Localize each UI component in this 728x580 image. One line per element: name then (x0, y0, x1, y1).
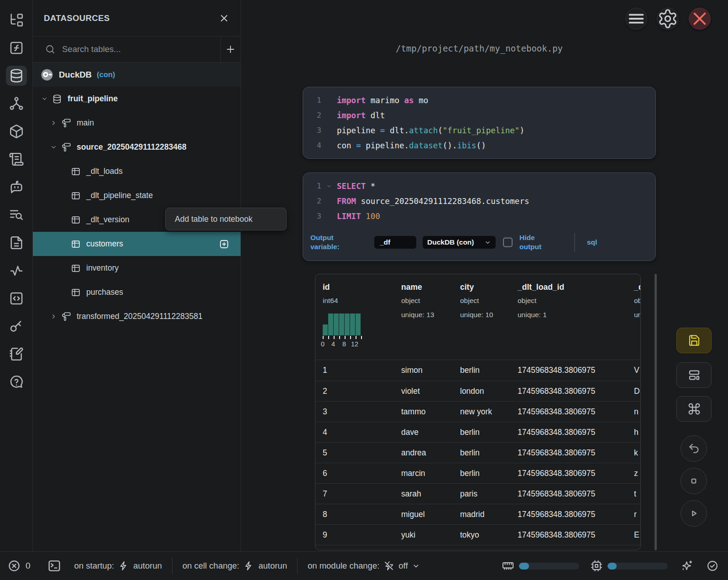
code-cell-1[interactable]: 1import marimo as mo2import dlt3pipeline… (303, 87, 656, 159)
tick (350, 336, 351, 339)
tree-item-customers[interactable]: customers (33, 232, 241, 256)
code-text: FROM source_202504291112283468.customers (337, 197, 529, 206)
activity-key-icon[interactable] (6, 316, 27, 336)
tick (323, 336, 324, 339)
cell: 9 (323, 525, 327, 545)
code-token: ) (519, 126, 524, 135)
activity-notebook-pen-icon[interactable] (6, 344, 27, 364)
activity-list-search-icon[interactable] (6, 205, 27, 225)
play-button[interactable] (681, 500, 707, 527)
cell: andrea (401, 443, 426, 463)
code-token: mo (414, 96, 429, 105)
cell: k (634, 443, 638, 463)
shutdown-button[interactable] (689, 8, 711, 30)
tree-item-main[interactable]: main (33, 111, 241, 135)
code-text: pipeline = dlt.attach("fruit_pipeline") (337, 126, 524, 135)
runtime-value: off (398, 561, 408, 571)
undo-button[interactable] (681, 435, 707, 462)
cell-2-line-1[interactable]: 1SELECT * (303, 178, 655, 193)
activity-database-icon[interactable] (6, 66, 27, 86)
sql-cell[interactable]: 1SELECT *2FROM source_202504291112283468… (303, 172, 656, 261)
command-button[interactable] (676, 396, 712, 422)
tree-item-purchases[interactable]: purchases (33, 280, 241, 304)
scrollbar-thumb[interactable] (655, 274, 657, 550)
error-count-value: 0 (26, 561, 31, 571)
cell-1-line-2[interactable]: 2import dlt (303, 108, 655, 123)
tree-item-_dlt_loads[interactable]: _dlt_loads (33, 159, 241, 183)
terminal-button[interactable] (47, 559, 62, 573)
layout-button[interactable] (676, 362, 712, 388)
engine-select[interactable]: DuckDB (con) (423, 236, 496, 249)
line-number: 1 (310, 96, 321, 105)
cell-2-line-2[interactable]: 2FROM source_202504291112283468.customer… (303, 193, 655, 209)
cell-1-line-4[interactable]: 4con = pipeline.dataset().ibis() (303, 138, 655, 153)
column-type: object (518, 297, 633, 305)
column-type: int64 (323, 297, 400, 305)
activity-file-text-icon[interactable] (6, 233, 27, 253)
table-row-1[interactable]: 1simonberlin1745968348.3806975V (315, 360, 640, 381)
cell: D (634, 381, 640, 402)
add-datasource-button[interactable] (220, 37, 241, 62)
cell-2-line-3[interactable]: 3LIMIT 100 (303, 209, 655, 224)
cell: h (634, 422, 639, 443)
add-table-button[interactable] (219, 239, 230, 250)
activity-function-square-icon[interactable] (6, 38, 27, 58)
cell-1-line-3[interactable]: 3pipeline = dlt.attach("fruit_pipeline") (303, 123, 655, 138)
bolt-icon (118, 560, 129, 571)
cell-1-line-1[interactable]: 1import marimo as mo (303, 93, 655, 108)
settings-button[interactable] (657, 8, 679, 30)
histogram-bar (345, 314, 350, 335)
cell: n (634, 402, 639, 422)
table-row-4[interactable]: 4daveberlin1745968348.3806975h (315, 422, 640, 442)
table-row-5[interactable]: 5andreaberlin1745968348.3806975k (315, 442, 640, 463)
cell: 1745968348.3806975 (518, 463, 595, 484)
sparkles-icon[interactable] (681, 559, 693, 572)
tree-item-inventory[interactable]: inventory (33, 256, 241, 280)
column-stat: unique: 10 (460, 311, 517, 319)
save-button[interactable] (676, 328, 712, 353)
activity-help-circle-icon[interactable] (6, 372, 27, 392)
runtime-on-startup-[interactable]: on startup:autorun (70, 560, 172, 571)
table-row-7[interactable]: 7sarahparis1745968348.3806975t (315, 483, 640, 504)
hide-output-checkbox[interactable] (503, 238, 513, 247)
settings-icon (657, 8, 678, 29)
table-row-8[interactable]: 8miguelmadrid1745968348.3806975r (315, 504, 640, 524)
tree-item-fruit_pipeline[interactable]: fruit_pipeline (33, 87, 241, 111)
activity-activity-icon[interactable] (6, 261, 27, 281)
table-row-9[interactable]: 9yukitokyo1745968348.3806975E (315, 524, 640, 545)
code-token: 100 (366, 212, 380, 221)
runtime-on-module-change-[interactable]: on module change:off (298, 560, 430, 571)
stop-button[interactable] (681, 468, 707, 494)
engine-row-duckdb[interactable]: DuckDB (con) (33, 63, 241, 87)
output-variable-label: Output variable: (310, 233, 351, 251)
runtime-on-cell-change-[interactable]: on cell change:autorun (173, 560, 297, 571)
code-token: import (337, 111, 366, 120)
tree-item-transformed_202504291112283581[interactable]: transformed_202504291112283581 (33, 304, 241, 329)
tree-item-_dlt_pipeline_state[interactable]: _dlt_pipeline_state (33, 183, 241, 208)
menu-button[interactable] (625, 8, 647, 30)
activity-code-square-icon[interactable] (6, 288, 27, 308)
cell: tokyo (460, 525, 479, 545)
search-tables-input[interactable] (62, 44, 199, 54)
duckdb-logo-icon (40, 68, 54, 82)
activity-bot-chat-icon[interactable] (6, 177, 27, 197)
activity-workflow-icon[interactable] (6, 94, 27, 114)
engine-connection: (con) (97, 70, 115, 79)
activity-file-tree-icon[interactable] (6, 10, 27, 30)
table-row-2[interactable]: 2violetlondon1745968348.3806975D (315, 381, 640, 401)
cell-1-lines: 1import marimo as mo2import dlt3pipeline… (303, 87, 655, 153)
search-row (33, 37, 241, 63)
activity-package-icon[interactable] (6, 121, 27, 141)
tree-item-source_202504291112283468[interactable]: source_202504291112283468 (33, 135, 241, 159)
histogram-bar (328, 314, 333, 335)
output-variable-input[interactable] (374, 236, 416, 249)
activity-scroll-text-icon[interactable] (6, 149, 27, 169)
table-row-3[interactable]: 3tammonew york1745968348.3806975n (315, 401, 640, 422)
close-panel-icon[interactable] (219, 13, 230, 24)
hide-output-label[interactable]: Hide output (519, 233, 549, 251)
cell: 3 (323, 402, 327, 422)
cell: 1745968348.3806975 (518, 525, 595, 545)
table-row-6[interactable]: 6marcinberlin1745968348.3806975z (315, 463, 640, 483)
error-count[interactable]: 0 (7, 559, 31, 573)
divider (574, 233, 575, 252)
